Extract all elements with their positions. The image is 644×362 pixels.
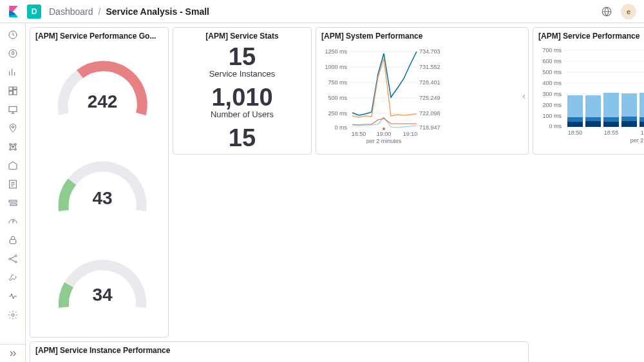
svg-text:600 ms: 600 ms bbox=[542, 58, 562, 64]
svg-rect-62 bbox=[567, 117, 583, 122]
svg-text:0 ms: 0 ms bbox=[334, 124, 347, 131]
app-badge[interactable]: D bbox=[27, 5, 41, 19]
panel-service-performance: [APM] Service Performance ‹ 700 ms 600 m… bbox=[533, 27, 644, 155]
svg-text:242: 242 bbox=[88, 91, 118, 111]
ml-icon[interactable] bbox=[6, 140, 19, 153]
maps-icon[interactable] bbox=[6, 122, 19, 135]
svg-rect-72 bbox=[621, 93, 637, 117]
svg-point-9 bbox=[9, 144, 11, 146]
svg-rect-17 bbox=[10, 240, 15, 244]
panel-title: [APM] Service Stats bbox=[178, 32, 306, 41]
svg-point-18 bbox=[9, 258, 11, 260]
svg-text:per 2 minutes: per 2 minutes bbox=[366, 138, 402, 144]
svg-text:34: 34 bbox=[92, 285, 113, 305]
chevron-left-icon[interactable]: ‹ bbox=[522, 91, 526, 101]
svg-rect-7 bbox=[9, 106, 17, 111]
svg-rect-71 bbox=[621, 117, 637, 121]
monitoring-icon[interactable] bbox=[6, 290, 19, 303]
svg-text:18:55: 18:55 bbox=[604, 129, 619, 136]
svg-text:722.098: 722.098 bbox=[419, 110, 440, 117]
svg-rect-16 bbox=[10, 204, 17, 205]
user-avatar[interactable]: e bbox=[621, 4, 636, 19]
svg-rect-61 bbox=[567, 122, 583, 127]
svg-text:1000 ms: 1000 ms bbox=[325, 64, 347, 70]
panel-title: [APM] System Performance bbox=[321, 32, 523, 41]
svg-rect-6 bbox=[9, 91, 12, 95]
svg-rect-65 bbox=[585, 117, 601, 121]
logs-icon[interactable] bbox=[6, 178, 19, 191]
svg-text:731.552: 731.552 bbox=[419, 64, 440, 70]
svg-point-20 bbox=[15, 261, 17, 263]
svg-text:19:00: 19:00 bbox=[377, 131, 392, 137]
svg-text:300 ms: 300 ms bbox=[542, 91, 562, 97]
visualize-icon[interactable] bbox=[6, 66, 19, 79]
svg-rect-67 bbox=[603, 122, 619, 127]
svg-text:200 ms: 200 ms bbox=[542, 102, 562, 108]
graph-icon[interactable] bbox=[6, 252, 19, 265]
gauge[interactable]: 34 bbox=[48, 236, 151, 333]
svg-text:43: 43 bbox=[92, 188, 112, 208]
breadcrumb-title[interactable]: Service Analysis - Small bbox=[106, 6, 209, 17]
collapse-sidebar-icon[interactable] bbox=[0, 344, 25, 357]
svg-rect-4 bbox=[13, 87, 16, 89]
panel-title: [APM] Service Performance bbox=[538, 32, 644, 41]
svg-text:718.947: 718.947 bbox=[419, 124, 440, 131]
svg-text:734.703: 734.703 bbox=[419, 48, 440, 55]
svg-rect-64 bbox=[585, 121, 601, 127]
svg-point-21 bbox=[12, 314, 14, 316]
svg-point-40 bbox=[383, 128, 385, 130]
top-header: D Dashboard / Service Analysis - Small e bbox=[0, 0, 644, 23]
svg-rect-68 bbox=[603, 117, 619, 122]
uptime-icon[interactable] bbox=[6, 215, 19, 228]
gauge[interactable]: 242 bbox=[48, 43, 151, 140]
infra-icon[interactable] bbox=[6, 159, 19, 172]
heatmap-chart[interactable]: infra-petclinic-client-7b9644b6c8-v5q28i… bbox=[35, 357, 460, 362]
apm-icon[interactable] bbox=[6, 196, 19, 209]
siem-icon[interactable] bbox=[6, 234, 19, 247]
stat-label: Number of Users bbox=[178, 110, 306, 119]
kibana-logo[interactable] bbox=[8, 6, 19, 17]
sidebar bbox=[0, 23, 26, 362]
newsfeed-icon[interactable] bbox=[600, 5, 613, 18]
stat-value: 15 bbox=[178, 44, 306, 69]
svg-text:700 ms: 700 ms bbox=[542, 47, 562, 53]
svg-point-12 bbox=[14, 149, 16, 151]
dashboard-icon[interactable] bbox=[6, 84, 19, 97]
panel-instance-performance: [APM] Service Instance Performance 0 - 5… bbox=[30, 341, 529, 362]
svg-text:100 ms: 100 ms bbox=[542, 113, 562, 119]
svg-rect-15 bbox=[9, 200, 17, 202]
discover-icon[interactable] bbox=[6, 47, 19, 60]
panel-gauges: [APM] Service Performance Go... 242 43 3… bbox=[30, 27, 169, 338]
svg-text:19:10: 19:10 bbox=[403, 131, 418, 137]
bar-chart[interactable]: 700 ms 600 ms 500 ms 400 ms 300 ms 200 m… bbox=[538, 43, 644, 144]
svg-text:19:00: 19:00 bbox=[641, 129, 644, 136]
dashboard-content: [APM] Service Stats 15 Service Instances… bbox=[26, 23, 644, 362]
canvas-icon[interactable] bbox=[6, 103, 19, 116]
svg-rect-3 bbox=[9, 87, 12, 90]
svg-text:18:50: 18:50 bbox=[568, 129, 583, 136]
recent-icon[interactable] bbox=[6, 28, 19, 41]
svg-text:728.401: 728.401 bbox=[419, 79, 440, 86]
svg-rect-70 bbox=[621, 121, 637, 127]
panel-system-performance: [APM] System Performance ‹ 1250 ms 1000 … bbox=[316, 27, 529, 155]
svg-text:725.249: 725.249 bbox=[419, 95, 440, 101]
svg-rect-5 bbox=[13, 90, 16, 95]
svg-text:400 ms: 400 ms bbox=[542, 80, 562, 86]
svg-point-11 bbox=[9, 149, 11, 151]
panel-service-stats: [APM] Service Stats 15 Service Instances… bbox=[173, 27, 312, 155]
line-chart[interactable]: 1250 ms 1000 ms 750 ms 500 ms 250 ms 0 m… bbox=[321, 43, 449, 144]
gauge[interactable]: 43 bbox=[48, 140, 151, 236]
svg-rect-66 bbox=[585, 95, 601, 117]
stat-value: 1,010 bbox=[178, 85, 306, 110]
svg-point-2 bbox=[9, 50, 17, 57]
dev-tools-icon[interactable] bbox=[6, 271, 19, 284]
svg-text:18:50: 18:50 bbox=[352, 131, 366, 137]
svg-text:500 ms: 500 ms bbox=[328, 95, 347, 101]
breadcrumb: Dashboard / Service Analysis - Small bbox=[49, 6, 209, 17]
breadcrumb-root[interactable]: Dashboard bbox=[49, 6, 93, 17]
svg-rect-63 bbox=[567, 95, 583, 117]
management-icon[interactable] bbox=[6, 309, 19, 321]
svg-text:250 ms: 250 ms bbox=[328, 110, 347, 117]
svg-text:1250 ms: 1250 ms bbox=[325, 48, 347, 55]
panel-title: [APM] Service Performance Go... bbox=[35, 32, 163, 41]
